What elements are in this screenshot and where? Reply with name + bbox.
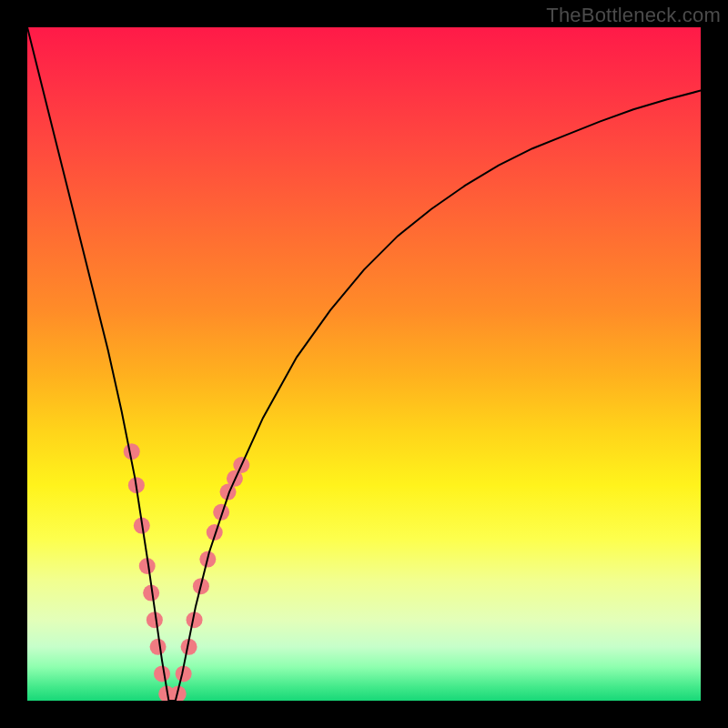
marker-dot <box>154 665 170 682</box>
marker-dot <box>150 639 167 655</box>
markers-group <box>124 443 250 701</box>
plot-area <box>27 27 701 701</box>
watermark-text: TheBottleneck.com <box>546 4 721 27</box>
bottleneck-curve <box>27 27 701 701</box>
curve-svg <box>27 27 701 701</box>
chart-frame: TheBottleneck.com <box>0 0 728 728</box>
